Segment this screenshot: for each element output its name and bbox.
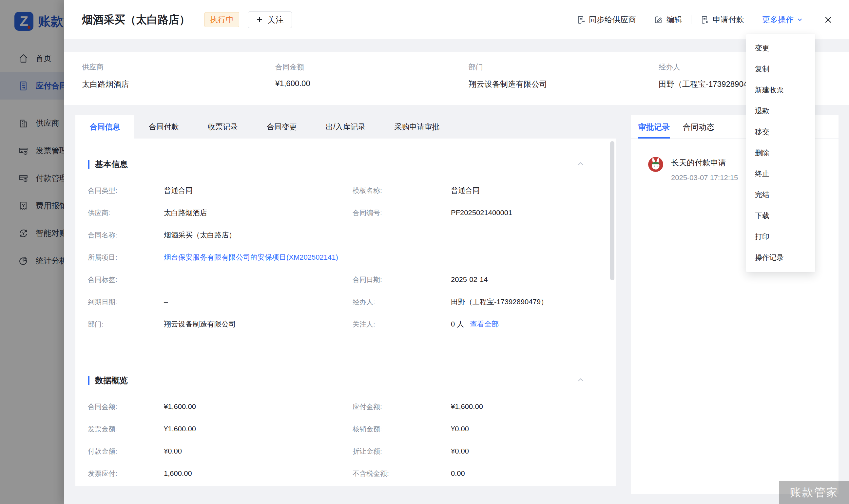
invoice-payable-label: 发票应付: [88, 469, 164, 478]
expire-date-value: – [164, 298, 168, 306]
follow-button-label: 关注 [267, 14, 284, 25]
more-actions-button[interactable]: 更多操作 [762, 14, 803, 25]
tab-contract-activity[interactable]: 合同动态 [683, 115, 714, 139]
tab-receipt-records[interactable]: 收票记录 [193, 115, 252, 139]
field-row: 合同金额:¥1,600.00 应付金额:¥1,600.00 [88, 396, 599, 418]
department-label: 部门: [88, 320, 164, 329]
modal-backdrop[interactable] [0, 0, 64, 504]
approval-record-title: 长天的付款申请 [671, 158, 738, 168]
field-row: 部门:翔云设备制造有限公司 关注人:0 人查看全部 [88, 313, 599, 335]
field-row: 合同名称:烟酒采买（太白路店） [88, 224, 599, 246]
page-title: 烟酒采买（太白路店） [82, 13, 190, 27]
tab-approval-records[interactable]: 审批记录 [638, 115, 670, 139]
summary-amount: 合同金额 ¥1,600.00 [275, 62, 468, 105]
summary-supplier: 供应商 太白路烟酒店 [82, 62, 275, 105]
sync-doc-icon [577, 15, 585, 24]
menu-item-new-receipt[interactable]: 新建收票 [746, 79, 815, 101]
divider [645, 15, 645, 24]
contract-name-label: 合同名称: [88, 231, 164, 240]
summary-department-label: 部门 [468, 62, 659, 72]
project-link[interactable]: 烟台保安服务有限有限公司的安保项目(XM202502141) [164, 252, 338, 262]
rabbit-avatar-icon [648, 157, 663, 172]
divider [691, 15, 691, 24]
field-row: 到期日期:– 经办人:田野（工程宝-17392890479） [88, 291, 599, 313]
more-actions-menu: 变更 复制 新建收票 退款 移交 删除 终止 完结 下载 打印 操作记录 [746, 34, 815, 272]
close-button[interactable] [824, 15, 833, 24]
divider [753, 15, 753, 24]
contract-tag-label: 合同标签: [88, 275, 164, 284]
expire-date-label: 到期日期: [88, 298, 164, 307]
contract-amount-value: ¥1,600.00 [164, 402, 196, 411]
contract-info-panel: 基本信息 合同类型:普通合同 模板名称:普通合同 供应商:太白路烟酒店 合同编号… [75, 139, 616, 486]
discount-amount-value: ¥0.00 [451, 447, 469, 455]
field-row: 合同类型:普通合同 模板名称:普通合同 [88, 179, 599, 202]
chevron-down-icon [797, 16, 803, 23]
contract-detail-drawer: 烟酒采买（太白路店） 执行中 关注 同步给供应商 编辑 申请 [64, 0, 849, 504]
menu-item-operation-log[interactable]: 操作记录 [746, 247, 815, 268]
status-badge: 执行中 [205, 12, 239, 27]
tab-contract-changes[interactable]: 合同变更 [252, 115, 311, 139]
follow-button[interactable]: 关注 [248, 12, 292, 28]
data-overview-fields: 合同金额:¥1,600.00 应付金额:¥1,600.00 发票金额:¥1,60… [88, 396, 599, 485]
tax-excluded-label: 不含税金额: [353, 469, 451, 478]
basic-info-section-header: 基本信息 [88, 159, 604, 169]
menu-item-terminate[interactable]: 终止 [746, 163, 815, 184]
contract-date-value: 2025-02-14 [451, 275, 488, 284]
payable-amount-label: 应付金额: [353, 402, 451, 411]
close-icon [824, 15, 833, 24]
edit-button[interactable]: 编辑 [654, 14, 682, 25]
collapse-basic-info-button[interactable] [577, 160, 585, 168]
contract-no-label: 合同编号: [353, 208, 451, 217]
field-row: 所属项目:烟台保安服务有限有限公司的安保项目(XM202502141) [88, 246, 599, 269]
tab-contract-payment[interactable]: 合同付款 [134, 115, 193, 139]
project-label: 所属项目: [88, 253, 164, 262]
edit-icon [654, 15, 663, 24]
contract-type-label: 合同类型: [88, 186, 164, 195]
tab-purchase-approval[interactable]: 采购申请审批 [380, 115, 454, 139]
supplier-label: 供应商: [88, 208, 164, 217]
menu-item-delete[interactable]: 删除 [746, 142, 815, 163]
paid-amount-label: 付款金额: [88, 447, 164, 456]
menu-item-transfer[interactable]: 移交 [746, 122, 815, 142]
menu-item-print[interactable]: 打印 [746, 226, 815, 247]
tab-contract-info[interactable]: 合同信息 [75, 115, 134, 139]
plus-icon [256, 16, 263, 23]
invoice-amount-label: 发票金额: [88, 425, 164, 434]
header-actions: 同步给供应商 编辑 申请付款 更多操作 [577, 14, 833, 25]
template-name-value: 普通合同 [451, 186, 480, 196]
section-accent-bar [88, 160, 89, 169]
approval-record-time: 2025-03-07 17:12:15 [671, 174, 738, 182]
menu-item-refund[interactable]: 退款 [746, 101, 815, 122]
tax-excluded-value: 0.00 [451, 469, 465, 478]
agent-value: 田野（工程宝-17392890479） [451, 297, 548, 307]
request-payment-button[interactable]: 申请付款 [700, 14, 744, 25]
menu-item-finish[interactable]: 完结 [746, 184, 815, 205]
watermark: 账款管家 [779, 481, 849, 504]
sync-to-supplier-button[interactable]: 同步给供应商 [577, 14, 636, 25]
tab-inout-warehouse[interactable]: 出/入库记录 [311, 115, 380, 139]
collapse-data-overview-button[interactable] [577, 376, 585, 384]
summary-department: 部门 翔云设备制造有限公司 [468, 62, 659, 105]
basic-info-title: 基本信息 [95, 159, 128, 169]
approval-record-texts: 长天的付款申请 2025-03-07 17:12:15 [671, 157, 738, 182]
contract-tag-value: – [164, 275, 168, 284]
department-value: 翔云设备制造有限公司 [164, 319, 236, 329]
discount-amount-label: 折让金额: [353, 447, 451, 456]
menu-item-change[interactable]: 变更 [746, 38, 815, 59]
field-row: 付款金额:¥0.00 折让金额:¥0.00 [88, 440, 599, 463]
contract-no-value: PF2025021400001 [451, 209, 512, 217]
summary-supplier-label: 供应商 [82, 62, 275, 72]
writeoff-amount-label: 核销金额: [353, 425, 451, 434]
view-all-followers-link[interactable]: 查看全部 [470, 319, 499, 329]
main-tabs: 合同信息 合同付款 收票记录 合同变更 出/入库记录 采购申请审批 [75, 115, 454, 139]
payable-amount-value: ¥1,600.00 [451, 402, 483, 411]
template-name-label: 模板名称: [353, 186, 451, 195]
contract-name-value: 烟酒采买（太白路店） [164, 230, 236, 240]
menu-item-copy[interactable]: 复制 [746, 59, 815, 79]
agent-label: 经办人: [353, 298, 451, 307]
invoice-amount-value: ¥1,600.00 [164, 425, 196, 433]
data-overview-title: 数据概览 [95, 375, 128, 386]
section-accent-bar [88, 376, 89, 385]
scrollbar-thumb[interactable] [610, 141, 614, 280]
menu-item-download[interactable]: 下载 [746, 205, 815, 226]
